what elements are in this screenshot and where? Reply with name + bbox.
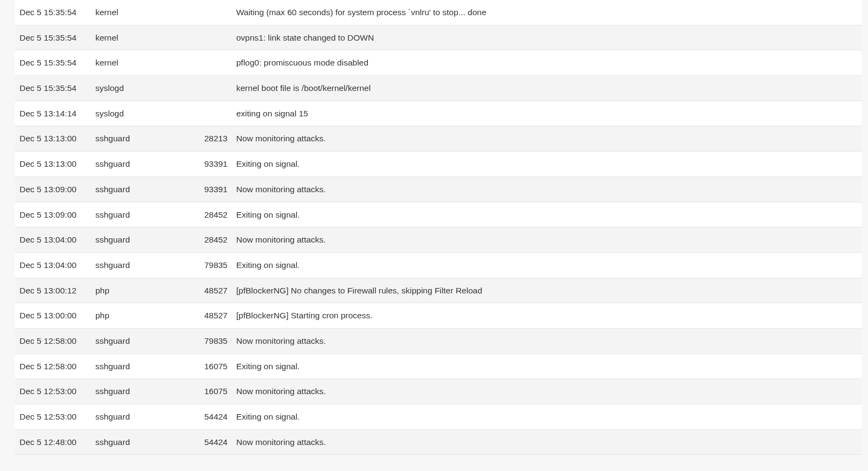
log-time: Dec 5 13:00:12 xyxy=(15,278,91,303)
log-process: syslogd xyxy=(91,101,194,126)
log-process: syslogd xyxy=(91,76,194,101)
log-process: sshguard xyxy=(91,227,194,253)
table-row: Dec 5 13:04:00sshguard79835Exiting on si… xyxy=(15,252,861,278)
log-process: sshguard xyxy=(91,328,194,354)
log-process: kernel xyxy=(91,50,194,76)
log-pid: 48527 xyxy=(194,278,232,303)
log-pid: 79835 xyxy=(194,328,232,354)
log-message: exiting on signal 15 xyxy=(232,101,861,126)
log-process: sshguard xyxy=(91,126,194,152)
log-pid xyxy=(194,50,232,76)
log-process: sshguard xyxy=(91,202,194,227)
log-time: Dec 5 15:35:54 xyxy=(15,25,91,50)
table-row: Dec 5 12:53:00sshguard16075Now monitorin… xyxy=(15,379,861,404)
log-message: [pfBlockerNG] Starting cron process. xyxy=(232,303,861,329)
table-row: Dec 5 15:35:54kernelovpns1: link state c… xyxy=(15,25,861,50)
log-process: php xyxy=(91,278,194,303)
log-time: Dec 5 13:14:14 xyxy=(15,101,91,126)
log-message: ovpns1: link state changed to DOWN xyxy=(232,25,861,50)
log-time: Dec 5 13:04:00 xyxy=(15,252,91,278)
table-row: Dec 5 13:13:00sshguard28213Now monitorin… xyxy=(15,126,861,152)
log-message: Exiting on signal. xyxy=(232,152,861,177)
log-process: sshguard xyxy=(91,252,194,278)
log-pid xyxy=(194,76,232,101)
log-time: Dec 5 13:00:00 xyxy=(15,303,91,329)
log-process: kernel xyxy=(91,0,194,25)
log-pid: 16075 xyxy=(194,379,232,404)
log-pid: 79835 xyxy=(194,252,232,278)
log-time: Dec 5 15:35:54 xyxy=(15,0,91,25)
table-row: Dec 5 13:04:00sshguard28452Now monitorin… xyxy=(15,227,861,253)
log-time: Dec 5 12:53:00 xyxy=(15,379,91,404)
log-process: sshguard xyxy=(91,354,194,379)
log-pid: 28213 xyxy=(194,126,232,152)
log-message: kernel boot file is /boot/kernel/kernel xyxy=(232,76,861,101)
log-message: Now monitoring attacks. xyxy=(232,379,861,404)
log-pid: 54424 xyxy=(194,429,232,455)
table-row: Dec 5 13:00:00php48527[pfBlockerNG] Star… xyxy=(15,303,861,329)
log-message: Exiting on signal. xyxy=(232,404,861,430)
log-message: Now monitoring attacks. xyxy=(232,126,861,152)
log-table-body: Dec 5 15:35:54kernelWaiting (max 60 seco… xyxy=(15,0,861,455)
log-message: Now monitoring attacks. xyxy=(232,328,861,354)
log-time: Dec 5 12:58:00 xyxy=(15,354,91,379)
log-pid: 28452 xyxy=(194,202,232,227)
log-message: Exiting on signal. xyxy=(232,202,861,227)
table-row: Dec 5 13:00:12php48527[pfBlockerNG] No c… xyxy=(15,278,861,303)
table-row: Dec 5 12:58:00sshguard79835Now monitorin… xyxy=(15,328,861,354)
log-message: Now monitoring attacks. xyxy=(232,429,861,455)
log-time: Dec 5 12:48:00 xyxy=(15,429,91,455)
log-table: Dec 5 15:35:54kernelWaiting (max 60 seco… xyxy=(15,0,861,455)
table-row: Dec 5 12:53:00sshguard54424Exiting on si… xyxy=(15,404,861,430)
log-pid xyxy=(194,25,232,50)
log-time: Dec 5 12:58:00 xyxy=(15,328,91,354)
log-process: sshguard xyxy=(91,152,194,177)
log-time: Dec 5 12:53:00 xyxy=(15,404,91,430)
log-message: Exiting on signal. xyxy=(232,354,861,379)
table-row: Dec 5 13:14:14syslogdexiting on signal 1… xyxy=(15,101,861,126)
log-process: sshguard xyxy=(91,429,194,455)
table-row: Dec 5 12:48:00sshguard54424Now monitorin… xyxy=(15,429,861,455)
log-message: [pfBlockerNG] No changes to Firewall rul… xyxy=(232,278,861,303)
log-message: Now monitoring attacks. xyxy=(232,176,861,202)
table-row: Dec 5 15:35:54syslogdkernel boot file is… xyxy=(15,76,861,101)
log-message: Now monitoring attacks. xyxy=(232,227,861,253)
log-pid: 54424 xyxy=(194,404,232,430)
table-row: Dec 5 13:09:00sshguard93391Now monitorin… xyxy=(15,176,861,202)
log-process: sshguard xyxy=(91,176,194,202)
log-process: php xyxy=(91,303,194,329)
log-time: Dec 5 13:13:00 xyxy=(15,152,91,177)
log-pid xyxy=(194,101,232,126)
table-row: Dec 5 15:35:54kernelpflog0: promiscuous … xyxy=(15,50,861,76)
table-row: Dec 5 12:58:00sshguard16075Exiting on si… xyxy=(15,354,861,379)
log-pid: 28452 xyxy=(194,227,232,253)
log-time: Dec 5 13:09:00 xyxy=(15,176,91,202)
log-process: kernel xyxy=(91,25,194,50)
log-pid xyxy=(194,0,232,25)
log-message: Exiting on signal. xyxy=(232,252,861,278)
log-process: sshguard xyxy=(91,379,194,404)
log-time: Dec 5 13:04:00 xyxy=(15,227,91,253)
table-row: Dec 5 13:09:00sshguard28452Exiting on si… xyxy=(15,202,861,227)
log-message: pflog0: promiscuous mode disabled xyxy=(232,50,861,76)
log-pid: 16075 xyxy=(194,354,232,379)
log-time: Dec 5 15:35:54 xyxy=(15,50,91,76)
log-pid: 93391 xyxy=(194,152,232,177)
log-pid: 48527 xyxy=(194,303,232,329)
log-time: Dec 5 13:13:00 xyxy=(15,126,91,152)
table-row: Dec 5 13:13:00sshguard93391Exiting on si… xyxy=(15,152,861,177)
log-message: Waiting (max 60 seconds) for system proc… xyxy=(232,0,861,25)
log-time: Dec 5 15:35:54 xyxy=(15,76,91,101)
table-row: Dec 5 15:35:54kernelWaiting (max 60 seco… xyxy=(15,0,861,25)
log-process: sshguard xyxy=(91,404,194,430)
log-pid: 93391 xyxy=(194,176,232,202)
log-time: Dec 5 13:09:00 xyxy=(15,202,91,227)
